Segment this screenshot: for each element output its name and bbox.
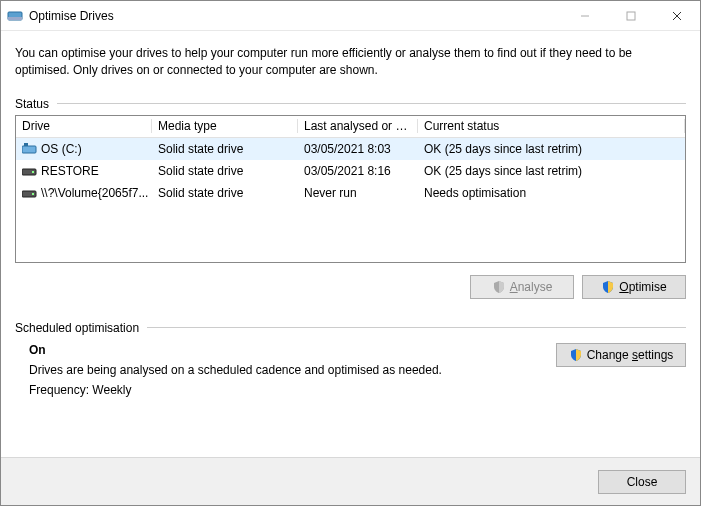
divider [147, 327, 686, 328]
intro-text: You can optimise your drives to help you… [15, 45, 686, 79]
table-row[interactable]: RESTORESolid state drive03/05/2021 8:16O… [16, 160, 685, 182]
app-icon [7, 8, 23, 24]
footer: Close [1, 457, 700, 505]
status-label-text: Status [15, 97, 49, 111]
optimise-label: Optimise [619, 280, 666, 294]
window-title: Optimise Drives [29, 9, 114, 23]
drive-status: OK (25 days since last retrim) [418, 142, 685, 156]
svg-rect-11 [32, 193, 34, 195]
drive-media: Solid state drive [152, 142, 298, 156]
shield-icon [569, 348, 583, 362]
minimize-button[interactable] [562, 1, 608, 31]
svg-rect-9 [32, 171, 34, 173]
change-settings-button[interactable]: Change settings [556, 343, 686, 367]
change-settings-label: Change settings [587, 348, 674, 362]
drive-last: 03/05/2021 8:16 [298, 164, 418, 178]
col-status[interactable]: Current status [418, 119, 685, 133]
svg-rect-1 [8, 17, 22, 20]
svg-rect-6 [22, 146, 36, 153]
drive-status: OK (25 days since last retrim) [418, 164, 685, 178]
drive-icon [22, 165, 37, 177]
os-drive-icon [22, 143, 37, 155]
col-last[interactable]: Last analysed or o... [298, 119, 418, 133]
shield-icon [601, 280, 615, 294]
drive-last: 03/05/2021 8:03 [298, 142, 418, 156]
close-label: Close [627, 475, 658, 489]
content-area: You can optimise your drives to help you… [1, 31, 700, 457]
svg-rect-7 [24, 143, 28, 146]
table-row[interactable]: \\?\Volume{2065f7...Solid state driveNev… [16, 182, 685, 204]
scheduled-desc: Drives are being analysed on a scheduled… [29, 363, 556, 377]
action-buttons-row: Analyse Optimise [15, 275, 686, 299]
scheduled-body: On Drives are being analysed on a schedu… [15, 339, 686, 403]
column-headers[interactable]: Drive Media type Last analysed or o... C… [16, 116, 685, 138]
analyse-label: Analyse [510, 280, 553, 294]
maximize-button[interactable] [608, 1, 654, 31]
scheduled-freq: Frequency: Weekly [29, 383, 556, 397]
drive-status: Needs optimisation [418, 186, 685, 200]
close-footer-button[interactable]: Close [598, 470, 686, 494]
titlebar: Optimise Drives [1, 1, 700, 31]
status-section-label: Status [15, 97, 686, 111]
drive-icon [22, 187, 37, 199]
scheduled-section-label: Scheduled optimisation [15, 321, 686, 335]
shield-icon [492, 280, 506, 294]
drive-media: Solid state drive [152, 186, 298, 200]
analyse-button[interactable]: Analyse [470, 275, 574, 299]
col-drive[interactable]: Drive [16, 119, 152, 133]
svg-rect-3 [627, 12, 635, 20]
drive-name: OS (C:) [41, 142, 82, 156]
close-button[interactable] [654, 1, 700, 31]
scheduled-on: On [29, 343, 556, 357]
table-row[interactable]: OS (C:)Solid state drive03/05/2021 8:03O… [16, 138, 685, 160]
drive-name: RESTORE [41, 164, 99, 178]
scheduled-label-text: Scheduled optimisation [15, 321, 139, 335]
drive-media: Solid state drive [152, 164, 298, 178]
optimise-button[interactable]: Optimise [582, 275, 686, 299]
drives-listview[interactable]: Drive Media type Last analysed or o... C… [15, 115, 686, 263]
drive-last: Never run [298, 186, 418, 200]
drive-name: \\?\Volume{2065f7... [41, 186, 148, 200]
col-media[interactable]: Media type [152, 119, 298, 133]
divider [57, 103, 686, 104]
